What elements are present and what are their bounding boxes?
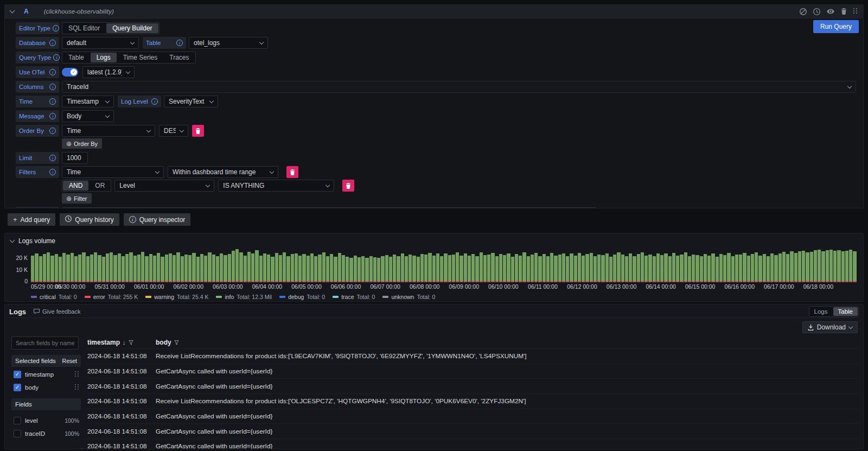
chevron-down-icon <box>206 182 210 187</box>
volume-bar <box>680 255 683 283</box>
query-builder-option[interactable]: Query Builder <box>106 23 158 33</box>
volume-bar <box>538 256 541 282</box>
disable-query-icon[interactable] <box>800 8 807 15</box>
legend-item-info[interactable]: infoTotal: 12.3 Mil <box>216 294 272 300</box>
filter-level-field-select[interactable]: Level <box>114 180 214 192</box>
body-column-header[interactable]: body <box>156 339 171 346</box>
filter-field-select[interactable]: Time <box>62 166 164 178</box>
drag-handle-icon[interactable] <box>75 384 79 391</box>
query-type-timeseries-option[interactable]: Time Series <box>117 52 164 63</box>
logs-panel: Logs Give feedback Logs Table Download <box>4 304 864 449</box>
chevron-down-icon <box>126 69 130 73</box>
columns-multiselect[interactable]: TraceId <box>62 81 856 93</box>
volume-bar <box>176 252 180 282</box>
logs-table-header: timestamp ↓ body <box>87 336 859 348</box>
level-checkbox[interactable] <box>14 417 21 424</box>
drag-handle-icon[interactable] <box>75 371 79 378</box>
query-type-traces-option[interactable]: Traces <box>163 52 195 63</box>
volume-bar <box>50 256 54 282</box>
view-logs-option[interactable]: Logs <box>809 307 833 316</box>
legend-item-critical[interactable]: criticalTotal: 0 <box>31 294 77 300</box>
legend-item-error[interactable]: errorTotal: 255 K <box>85 294 138 300</box>
add-order-by-button[interactable]: ⊕Order By <box>62 138 102 149</box>
volume-bar <box>566 256 569 282</box>
volume-bar <box>196 257 200 282</box>
use-otel-toggle[interactable]: ✓ <box>62 68 78 77</box>
volume-bar <box>542 254 546 282</box>
message-column-select[interactable]: Body <box>62 110 114 122</box>
run-query-button[interactable]: Run Query <box>813 20 859 33</box>
volume-bar <box>802 251 805 283</box>
volume-bar <box>263 253 266 283</box>
x-axis-labels: 05/29 00:0005/30 00:0005/31 00:0006/01 0… <box>31 283 858 291</box>
limit-input[interactable] <box>62 152 88 164</box>
eye-icon[interactable] <box>827 9 834 14</box>
query-history-button[interactable]: Query history <box>60 213 119 226</box>
view-table-option[interactable]: Table <box>833 307 858 316</box>
sidebar-scrollbar[interactable] <box>81 448 83 449</box>
remove-filter-button[interactable] <box>286 166 298 178</box>
legend-item-warning[interactable]: warningTotal: 25.4 K <box>145 294 208 300</box>
sql-editor-option[interactable]: SQL Editor <box>62 23 106 34</box>
query-history-icon[interactable] <box>813 8 820 15</box>
traceid-checkbox[interactable] <box>14 430 21 437</box>
give-feedback-link[interactable]: Give feedback <box>34 308 80 315</box>
collapse-query-icon[interactable] <box>10 8 15 14</box>
reset-fields-button[interactable]: Reset <box>62 358 77 364</box>
table-row: 2024-06-18 14:51:08GetCartAsync called w… <box>87 409 859 424</box>
filter-level-operator-select[interactable]: IS ANYTHING <box>218 180 334 192</box>
volume-bar <box>448 255 451 282</box>
volume-bar <box>291 254 294 282</box>
legend-item-trace[interactable]: traceTotal: 0 <box>333 294 375 300</box>
timestamp-column-header[interactable]: timestamp <box>87 339 120 346</box>
x-tick-label: 06/10 00:00 <box>488 283 518 290</box>
volume-bar <box>47 252 50 282</box>
database-select[interactable]: default <box>62 37 139 49</box>
info-icon: i <box>49 155 56 161</box>
collapse-panel-icon[interactable] <box>10 238 15 243</box>
or-option[interactable]: OR <box>89 180 111 191</box>
search-fields-input[interactable] <box>11 336 79 350</box>
time-column-select[interactable]: Timestamp <box>62 96 114 107</box>
query-inspector-button[interactable]: i Query inspector <box>124 213 191 226</box>
volume-bar <box>369 256 373 282</box>
order-by-direction-select[interactable]: DESC <box>159 125 188 137</box>
download-button[interactable]: Download <box>802 321 858 333</box>
volume-bar <box>648 255 652 282</box>
x-tick-label: 06/02 00:00 <box>174 283 203 290</box>
filter-icon[interactable] <box>129 340 133 345</box>
volume-bar <box>585 254 589 282</box>
volume-bar <box>200 254 203 282</box>
logs-table-body: 2024-06-18 14:51:08Receive ListRecommend… <box>87 348 859 449</box>
filter-operator-select[interactable]: Within dashboard time range <box>168 166 278 178</box>
otel-version-select[interactable]: latest (1.2.9) <box>82 66 135 78</box>
volume-bar <box>314 256 317 282</box>
chevron-down-icon <box>155 169 159 173</box>
delete-query-icon[interactable] <box>841 8 847 15</box>
body-checkbox[interactable]: ✓ <box>14 384 21 391</box>
remove-level-filter-button[interactable] <box>342 180 354 192</box>
remove-order-by-button[interactable] <box>192 125 204 137</box>
message-filter-label: Message Filteri <box>16 207 59 208</box>
timestamp-checkbox[interactable]: ✓ <box>14 371 21 378</box>
volume-bar <box>125 254 129 282</box>
sort-desc-icon[interactable]: ↓ <box>123 339 126 346</box>
and-option[interactable]: AND <box>63 181 88 190</box>
volume-bar <box>755 252 758 282</box>
log-level-column-select[interactable]: SeverityText <box>164 96 218 107</box>
timestamp-cell: 2024-06-18 14:51:08 <box>87 352 154 360</box>
add-filter-button[interactable]: ⊕Filter <box>62 193 92 204</box>
volume-bar <box>471 254 475 282</box>
order-by-field-select[interactable]: Time <box>62 125 155 137</box>
query-type-logs-option[interactable]: Logs <box>91 53 117 62</box>
filter-icon[interactable] <box>174 340 179 345</box>
legend-item-debug[interactable]: debugTotal: 0 <box>279 294 325 300</box>
legend-item-unknown[interactable]: unknownTotal: 0 <box>382 294 435 300</box>
volume-bar <box>275 253 278 282</box>
table-row: 2024-06-18 14:51:08Receive ListRecommend… <box>87 348 859 364</box>
add-query-button[interactable]: +Add query <box>8 213 55 226</box>
message-filter-input[interactable] <box>62 207 596 208</box>
drag-handle-icon[interactable] <box>853 8 858 15</box>
query-type-table-option[interactable]: Table <box>62 52 90 63</box>
table-select[interactable]: otel_logs <box>189 37 268 49</box>
